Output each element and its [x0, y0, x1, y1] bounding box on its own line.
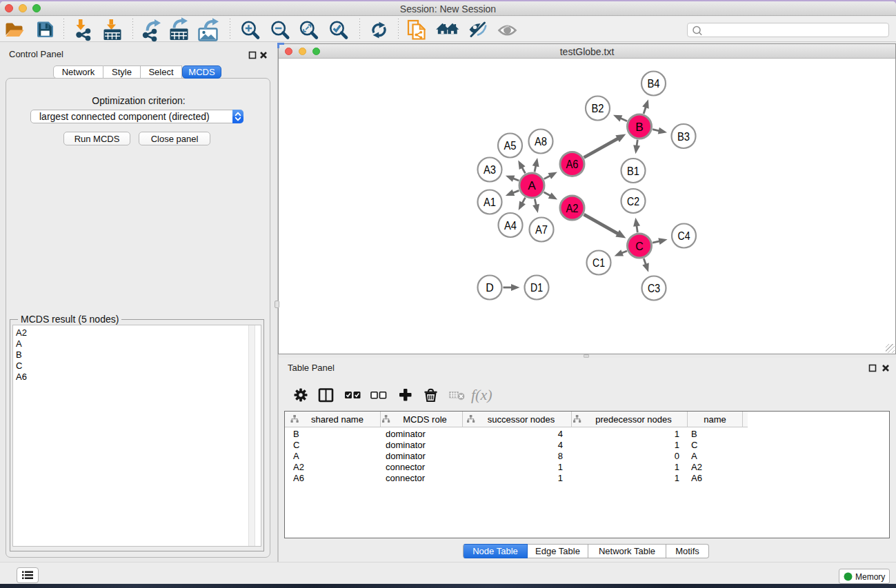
svg-text:A5: A5 [504, 139, 517, 152]
svg-text:C2: C2 [627, 195, 639, 208]
svg-text:C: C [635, 240, 644, 253]
svg-text:f(x): f(x) [471, 386, 492, 403]
svg-text:B4: B4 [648, 77, 660, 90]
svg-text:D: D [486, 281, 494, 294]
svg-text:A4: A4 [504, 219, 517, 232]
svg-text:C4: C4 [678, 230, 690, 243]
svg-text:A7: A7 [535, 223, 548, 236]
svg-text:A2: A2 [566, 202, 579, 215]
svg-text:B: B [635, 121, 644, 134]
svg-text:B3: B3 [677, 130, 690, 143]
svg-text:A: A [528, 179, 536, 192]
svg-text:A8: A8 [535, 135, 547, 148]
svg-text:A3: A3 [484, 163, 496, 176]
svg-text:C3: C3 [648, 282, 660, 295]
svg-text:A1: A1 [484, 196, 496, 209]
svg-text:C1: C1 [593, 256, 605, 270]
svg-text:D1: D1 [530, 281, 543, 294]
svg-text:A6: A6 [566, 158, 579, 171]
svg-text:B1: B1 [627, 165, 639, 178]
svg-text:B2: B2 [592, 102, 604, 115]
